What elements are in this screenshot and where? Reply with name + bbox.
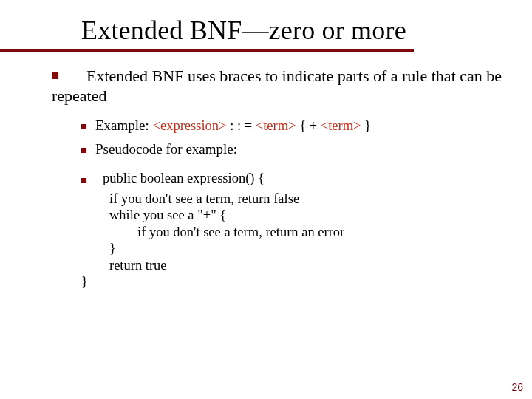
example-label: Example: (95, 117, 153, 133)
slide-body: Extended BNF uses braces to indicate par… (52, 66, 502, 290)
sub-bullet-pseudocode: Pseudocode for example: (81, 140, 502, 160)
slide: Extended BNF—zero or more Extended BNF u… (0, 0, 532, 399)
code-block: public boolean expression() { if you don… (52, 170, 502, 290)
title-underline (0, 49, 414, 52)
code-line: public boolean expression() { (103, 170, 502, 187)
bullet-level1: Extended BNF uses braces to indicate par… (52, 66, 502, 106)
example-code: <expression> : : = <term> { + <term> } (153, 118, 372, 133)
square-bullet-icon (52, 72, 58, 79)
sub-bullet-list: Example: <expression> : : = <term> { + <… (52, 117, 502, 160)
square-bullet-icon (81, 148, 86, 153)
square-bullet-icon (81, 124, 86, 129)
slide-title: Extended BNF—zero or more (81, 15, 406, 46)
level1-text: Extended BNF uses braces to indicate par… (52, 66, 502, 105)
pseudocode-label: Pseudocode for example: (95, 140, 502, 157)
code-line: } (81, 240, 502, 257)
page-number: 26 (511, 381, 523, 393)
code-line: } (81, 273, 502, 290)
square-bullet-icon (81, 178, 86, 183)
code-line: if you don't see a term, return false (81, 191, 502, 208)
sub-bullet-example: Example: <expression> : : = <term> { + <… (81, 117, 502, 136)
code-line: if you don't see a term, return an error (81, 224, 502, 241)
code-line: return true (81, 257, 502, 274)
code-line: while you see a "+" { (81, 207, 502, 224)
